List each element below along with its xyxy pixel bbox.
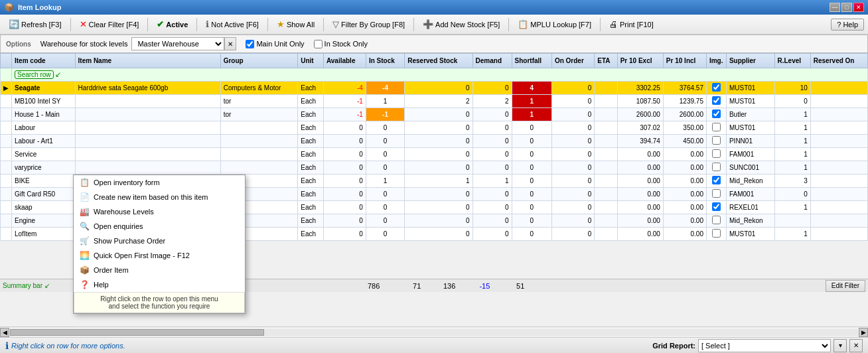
row-arrow-cell [1,161,12,175]
cell-reserved: 0 [405,82,472,95]
scroll-right-button[interactable]: ▶ [859,328,868,337]
cell-itemcode: Labour [12,121,76,135]
table-row[interactable]: LabourEach000000307.02350.00MUST011 [1,121,868,135]
cell-instock: 0 [366,188,404,201]
close-button[interactable]: ✕ [853,3,864,12]
cell-img [706,121,726,135]
in-stock-only-checkbox[interactable] [314,40,323,48]
edit-filter-button[interactable]: Edit Filter [826,280,865,292]
horizontal-scrollbar[interactable]: ◀ ▶ [0,326,868,337]
cell-available: -1 [323,95,366,108]
context-warehouse-levels[interactable]: 🏭 Warehouse Levels [74,204,245,219]
add-new-stock-button[interactable]: ➕ Add New Stock [F5] [418,17,504,31]
table-row[interactable]: House 1 - MaintorEach-1-100102600.002600… [1,108,868,121]
col-itemname: Item Name [75,54,220,68]
table-row[interactable]: Labour - Art1Each000000394.74450.00PINN0… [1,135,868,148]
clear-icon: ✕ [80,19,87,29]
print-icon: 🖨 [609,19,618,29]
cell-demand: 0 [472,214,512,228]
cell-itemcode: skaap [12,201,76,214]
row-arrow-cell [1,188,12,201]
help-button[interactable]: ? Help [831,19,864,31]
col-group: Group [220,54,298,68]
context-help[interactable]: ❓ Help [74,277,245,292]
cell-shortfall: 0 [512,188,551,201]
grid-report-select[interactable]: [ Select ] [698,339,831,352]
search-row[interactable]: Search row ↙ [1,68,868,82]
show-all-button[interactable]: ★ Show All [272,17,319,31]
window-controls: — □ ✕ [830,3,864,12]
cell-itemname: Harddrive sata Seagate 600gb [75,82,220,95]
scrollbar-track[interactable] [10,329,858,336]
main-unit-only-label: Main Unit Only [256,40,304,48]
table-row[interactable]: MB100 Intel SYtorEach-1122101087.501239.… [1,95,868,108]
cell-img [706,135,726,148]
cell-available: 0 [323,201,366,214]
context-open-inventory[interactable]: 📋 Open inventory form [74,175,245,190]
print-button[interactable]: 🖨 Print [F10] [605,17,658,31]
cell-demand: 2 [472,95,512,108]
cell-available: -1 [323,108,366,121]
cell-shortfall: 1 [512,95,551,108]
info-icon: ℹ [206,19,209,29]
clear-filter-button[interactable]: ✕ Clear Filter [F4] [75,17,144,31]
cell-demand: 0 [472,161,512,175]
right-click-hint: Right click on row for more options. [11,342,125,350]
col-eta: ETA [595,54,617,68]
table-header-row: Item code Item Name Group Unit Available… [1,54,868,68]
scroll-left-button[interactable]: ◀ [0,328,9,337]
mplu-lookup-button[interactable]: 📋 MPLU Lookup [F7] [513,17,596,31]
row-arrow-cell [1,175,12,188]
mplu-icon: 📋 [518,19,528,29]
separator [267,18,268,31]
warehouse-select[interactable]: Master Warehouse [131,37,224,50]
cell-available: 0 [323,175,366,188]
summary-instock: 786 [348,282,382,290]
refresh-button[interactable]: 🔄 Refresh [F3] [4,17,66,31]
cell-instock: -4 [366,82,404,95]
table-row[interactable]: ▶SeagateHarddrive sata Seagate 600gbComp… [1,82,868,95]
active-button[interactable]: ✔ Active [152,17,192,31]
context-open-enquiries[interactable]: 🔍 Open enquiries [74,219,245,234]
cell-demand: 0 [472,201,512,214]
window-title: Item Lookup [18,3,826,11]
cell-reserved: 1 [405,175,472,188]
not-active-button[interactable]: ℹ Not Active [F6] [201,17,263,31]
context-create-new-item[interactable]: 📄 Create new item based on this item [74,190,245,204]
cell-available: 0 [323,228,366,241]
context-quick-open-image[interactable]: 🌅 Quick Open First Image - F12 [74,248,245,263]
main-unit-only-checkbox[interactable] [246,40,254,48]
table-row[interactable]: ServiceEach0000000.000.00FAM0011 [1,148,868,161]
cell-itemcode: LofItem [12,228,76,241]
summary-reserved: 71 [382,282,423,290]
cell-demand: 0 [472,188,512,201]
cell-reserved: 0 [405,201,472,214]
cell-itemcode: Labour - Art1 [12,135,76,148]
cell-available: 0 [323,214,366,228]
filter-by-group-button[interactable]: ▽ Filter By Group [F8] [328,17,409,31]
context-show-purchase-order[interactable]: 🛒 Show Purchase Order [74,234,245,248]
scrollbar-thumb[interactable] [10,329,264,336]
context-order-item[interactable]: 📦 Order Item [74,263,245,277]
row-arrow-cell [1,108,12,121]
cell-itemname [75,121,220,135]
col-available: Available [323,54,366,68]
grid-report-close-button[interactable]: ✕ [849,339,863,352]
cell-instock: 0 [366,148,404,161]
warehouse-clear-button[interactable]: ✕ [224,37,236,50]
grid-report-down-button[interactable]: ▾ [833,339,847,352]
cell-itemname [75,135,220,148]
cell-available: 0 [323,161,366,175]
cell-reserved: 0 [405,108,472,121]
row-arrow-cell [1,228,12,241]
cell-shortfall: 0 [512,135,551,148]
table-row[interactable]: varypriceEach0000000.000.00SUNC0011 [1,161,868,175]
minimize-button[interactable]: — [830,3,840,12]
maximize-button[interactable]: □ [841,3,852,12]
cell-available: 0 [323,188,366,201]
image-icon: 🌅 [79,250,90,261]
cell-itemcode: BIKE [12,175,76,188]
cell-instock: 0 [366,161,404,175]
open-inventory-icon: 📋 [79,177,90,188]
cell-itemcode: Service [12,148,76,161]
